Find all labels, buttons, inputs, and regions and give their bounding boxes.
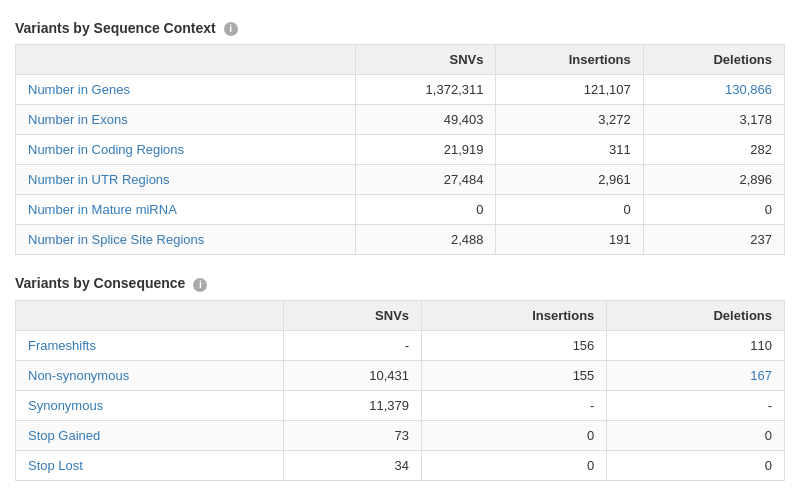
row-deletions: 110 — [607, 330, 785, 360]
row-deletions: 0 — [607, 420, 785, 450]
row-snvs: 10,431 — [284, 360, 422, 390]
row-deletions: 0 — [607, 450, 785, 480]
row-deletions: 237 — [643, 225, 784, 255]
row-label: Number in Splice Site Regions — [16, 225, 356, 255]
row-label: Number in UTR Regions — [16, 165, 356, 195]
row-label: Frameshifts — [16, 330, 284, 360]
section1-col-insertions: Insertions — [496, 45, 643, 75]
row-snvs: 27,484 — [356, 165, 496, 195]
row-snvs: 49,403 — [356, 105, 496, 135]
section2-title-text: Variants by Consequence — [15, 275, 185, 291]
section2-header-row: SNVs Insertions Deletions — [16, 300, 785, 330]
row-insertions: 2,961 — [496, 165, 643, 195]
row-label: Non-synonymous — [16, 360, 284, 390]
section2-col-deletions: Deletions — [607, 300, 785, 330]
row-snvs: 21,919 — [356, 135, 496, 165]
row-insertions: 311 — [496, 135, 643, 165]
section1-col-label — [16, 45, 356, 75]
row-snvs: 11,379 — [284, 390, 422, 420]
row-label: Number in Genes — [16, 75, 356, 105]
row-label: Stop Lost — [16, 450, 284, 480]
table-row: Number in UTR Regions27,4842,9612,896 — [16, 165, 785, 195]
section1-title-text: Variants by Sequence Context — [15, 20, 216, 36]
section1-header-row: SNVs Insertions Deletions — [16, 45, 785, 75]
row-deletions: 130,866 — [643, 75, 784, 105]
row-snvs: 2,488 — [356, 225, 496, 255]
row-insertions: 191 — [496, 225, 643, 255]
row-insertions: 121,107 — [496, 75, 643, 105]
row-deletions: 3,178 — [643, 105, 784, 135]
table-row: Frameshifts-156110 — [16, 330, 785, 360]
row-label: Number in Exons — [16, 105, 356, 135]
table-row: Number in Exons49,4033,2723,178 — [16, 105, 785, 135]
row-insertions: 0 — [496, 195, 643, 225]
row-snvs: - — [284, 330, 422, 360]
row-insertions: 156 — [422, 330, 607, 360]
section2-col-label — [16, 300, 284, 330]
section1-col-deletions: Deletions — [643, 45, 784, 75]
table-row: Number in Mature miRNA000 — [16, 195, 785, 225]
section1-info-icon[interactable]: i — [224, 22, 238, 36]
row-snvs: 73 — [284, 420, 422, 450]
section2-container: Variants by Consequence i SNVs Insertion… — [15, 275, 785, 480]
row-snvs: 34 — [284, 450, 422, 480]
row-snvs: 0 — [356, 195, 496, 225]
section2-col-snvs: SNVs — [284, 300, 422, 330]
row-label: Number in Mature miRNA — [16, 195, 356, 225]
row-insertions: 3,272 — [496, 105, 643, 135]
table-row: Number in Genes1,372,311121,107130,866 — [16, 75, 785, 105]
section1-col-snvs: SNVs — [356, 45, 496, 75]
table-row: Stop Gained7300 — [16, 420, 785, 450]
section2-title: Variants by Consequence i — [15, 275, 785, 291]
section1-container: Variants by Sequence Context i SNVs Inse… — [15, 20, 785, 255]
table-row: Number in Coding Regions21,919311282 — [16, 135, 785, 165]
row-deletions: - — [607, 390, 785, 420]
row-label: Synonymous — [16, 390, 284, 420]
section1-title: Variants by Sequence Context i — [15, 20, 785, 36]
section2-table: SNVs Insertions Deletions Frameshifts-15… — [15, 300, 785, 481]
row-insertions: - — [422, 390, 607, 420]
row-insertions: 0 — [422, 450, 607, 480]
row-snvs: 1,372,311 — [356, 75, 496, 105]
row-deletions: 282 — [643, 135, 784, 165]
row-label: Number in Coding Regions — [16, 135, 356, 165]
table-row: Number in Splice Site Regions2,488191237 — [16, 225, 785, 255]
row-deletions: 167 — [607, 360, 785, 390]
row-label: Stop Gained — [16, 420, 284, 450]
row-insertions: 155 — [422, 360, 607, 390]
row-deletions: 0 — [643, 195, 784, 225]
section2-col-insertions: Insertions — [422, 300, 607, 330]
row-insertions: 0 — [422, 420, 607, 450]
table-row: Synonymous11,379-- — [16, 390, 785, 420]
section1-table: SNVs Insertions Deletions Number in Gene… — [15, 44, 785, 255]
table-row: Non-synonymous10,431155167 — [16, 360, 785, 390]
table-row: Stop Lost3400 — [16, 450, 785, 480]
row-deletions: 2,896 — [643, 165, 784, 195]
section2-info-icon[interactable]: i — [193, 278, 207, 292]
